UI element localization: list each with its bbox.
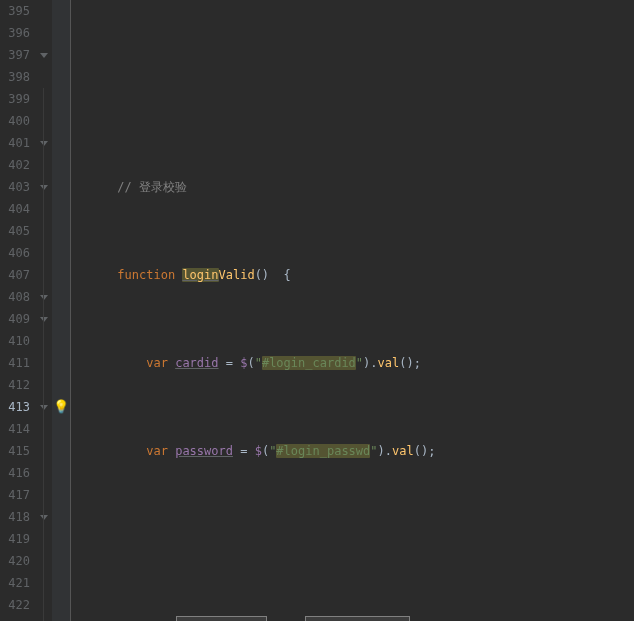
left-margin-line: [70, 0, 71, 621]
intention-bulb-icon[interactable]: 💡: [53, 396, 69, 418]
function-name: login: [182, 268, 218, 282]
line-number: 402: [0, 154, 30, 176]
line-number: 412: [0, 374, 30, 396]
line-number: 414: [0, 418, 30, 440]
selector-login-cardid: #login_cardid: [262, 356, 356, 370]
fold-toggle-icon[interactable]: [40, 405, 48, 410]
fold-toggle-icon[interactable]: [40, 295, 48, 300]
line-number: 420: [0, 550, 30, 572]
line-number: 416: [0, 462, 30, 484]
line-number: 400: [0, 110, 30, 132]
comment: // 登录校验: [117, 180, 187, 194]
line-number-gutter: 395 396 397 398 399 400 401 402 403 404 …: [0, 0, 36, 621]
var-password: password: [175, 444, 233, 458]
line-number: 423: [0, 616, 30, 621]
keyword-var: var: [146, 356, 168, 370]
var-cardid: cardid: [175, 356, 218, 370]
line-number: 409: [0, 308, 30, 330]
fold-toggle-icon[interactable]: [40, 317, 48, 322]
line-number-current: 413: [0, 396, 30, 418]
line-number: 407: [0, 264, 30, 286]
selector-login-passwd: #login_passwd: [276, 444, 370, 458]
line-number: 415: [0, 440, 30, 462]
line-number: 397: [0, 44, 30, 66]
line-number: 399: [0, 88, 30, 110]
line-number: 395: [0, 0, 30, 22]
keyword-function: function: [117, 268, 175, 282]
fold-gutter[interactable]: [36, 0, 52, 621]
line-number: 422: [0, 594, 30, 616]
line-number: 396: [0, 22, 30, 44]
fold-toggle-icon[interactable]: [40, 53, 48, 58]
icon-gutter: 💡: [52, 0, 70, 621]
line-number: 403: [0, 176, 30, 198]
line-number: 405: [0, 220, 30, 242]
line-number: 421: [0, 572, 30, 594]
fold-toggle-icon[interactable]: [40, 141, 48, 146]
line-number: 404: [0, 198, 30, 220]
line-number: 411: [0, 352, 30, 374]
line-number: 401: [0, 132, 30, 154]
line-number: 410: [0, 330, 30, 352]
line-number: 418: [0, 506, 30, 528]
code-area[interactable]: // 登录校验 function loginValid() { var card…: [70, 0, 634, 621]
line-number: 417: [0, 484, 30, 506]
line-number: 408: [0, 286, 30, 308]
line-number: 398: [0, 66, 30, 88]
line-number: 406: [0, 242, 30, 264]
code-editor[interactable]: 395 396 397 398 399 400 401 402 403 404 …: [0, 0, 634, 621]
line-number: 419: [0, 528, 30, 550]
fold-toggle-icon[interactable]: [40, 515, 48, 520]
fold-toggle-icon[interactable]: [40, 185, 48, 190]
